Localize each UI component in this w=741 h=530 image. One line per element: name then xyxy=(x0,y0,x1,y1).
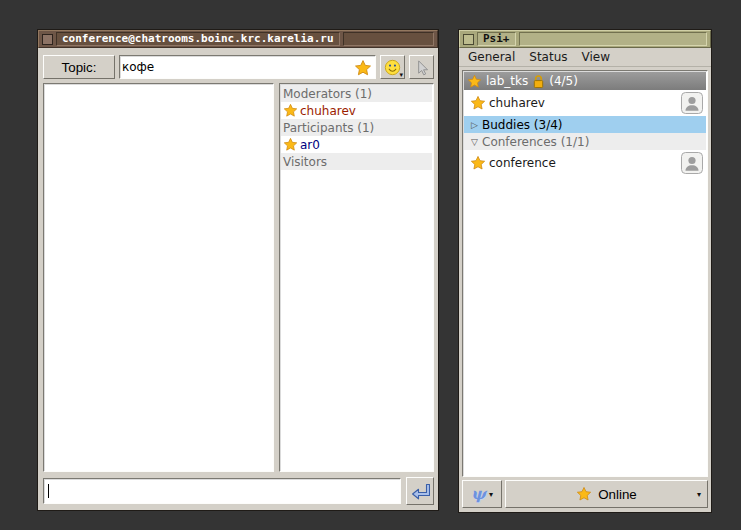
desktop: conference@chatrooms.boinc.krc.karelia.r… xyxy=(0,0,741,530)
star-icon xyxy=(470,95,486,111)
roster-body: lab_tks (4/5) chuharev xyxy=(459,67,711,511)
group-label: Moderators (1) xyxy=(283,87,372,101)
roster-list: lab_tks (4/5) chuharev xyxy=(462,70,708,477)
window-menu-icon[interactable] xyxy=(463,34,474,45)
member-group-moderators: Moderators (1) xyxy=(281,85,432,102)
smiley-icon xyxy=(384,59,401,76)
roster-row-conference[interactable]: conference xyxy=(464,150,706,176)
group-name: Conferences (1/1) xyxy=(482,135,589,149)
psi-logo-icon: ψ xyxy=(471,486,486,502)
online-status-star-icon xyxy=(576,486,592,502)
titlebar-drag-area[interactable] xyxy=(519,32,708,46)
account-name: lab_tks xyxy=(486,74,528,88)
member-row-chuharev[interactable]: chuharev xyxy=(281,102,432,119)
roster-statusbar: ψ ▾ Online ▾ xyxy=(462,480,708,508)
chat-main-area: Moderators (1) chuharev Participants (1) xyxy=(43,83,434,472)
dropdown-arrow-icon: ▾ xyxy=(399,71,403,78)
contact-name: chuharev xyxy=(489,96,545,110)
roster-titlebar[interactable]: Psi+ xyxy=(459,30,711,48)
chat-window: conference@chatrooms.boinc.krc.karelia.r… xyxy=(38,30,438,510)
account-count: (4/5) xyxy=(549,74,578,88)
menu-status[interactable]: Status xyxy=(522,49,574,65)
window-menu-icon[interactable] xyxy=(42,34,53,45)
member-row-ar0[interactable]: ar0 xyxy=(281,136,432,153)
star-icon xyxy=(283,137,298,152)
topic-input-wrap xyxy=(119,55,376,79)
roster-menubar: General Status View xyxy=(459,48,711,67)
bookmark-star-icon[interactable] xyxy=(354,59,372,77)
expanded-triangle-icon[interactable]: ▽ xyxy=(467,137,482,147)
roster-row-chuharev[interactable]: chuharev xyxy=(464,90,706,116)
chat-window-title: conference@chatrooms.boinc.krc.karelia.r… xyxy=(56,32,340,46)
send-button[interactable] xyxy=(406,477,434,505)
group-label: Visitors xyxy=(283,155,327,169)
roster-group-conferences[interactable]: ▽ Conferences (1/1) xyxy=(464,133,706,150)
roster-window-title: Psi+ xyxy=(477,32,516,46)
menu-general[interactable]: General xyxy=(461,49,522,65)
member-name: ar0 xyxy=(300,138,320,152)
chat-window-body: Topic: ▾ xyxy=(38,48,438,510)
roster-window: Psi+ General Status View lab_tks xyxy=(459,30,711,512)
member-group-participants: Participants (1) xyxy=(281,119,432,136)
star-icon xyxy=(467,74,482,89)
status-label: Online xyxy=(598,487,637,502)
avatar-icon xyxy=(681,152,703,174)
contact-name: conference xyxy=(489,156,556,170)
text-caret xyxy=(48,484,49,498)
select-pointer-button[interactable] xyxy=(409,55,434,79)
member-list: Moderators (1) chuharev Participants (1) xyxy=(279,83,434,472)
emoticons-button[interactable]: ▾ xyxy=(380,55,405,79)
avatar-icon xyxy=(681,92,703,114)
topic-input[interactable] xyxy=(122,60,353,74)
status-selector-button[interactable]: Online ▾ xyxy=(505,480,708,508)
group-label: Participants (1) xyxy=(283,121,374,135)
topic-button[interactable]: Topic: xyxy=(43,55,115,79)
roster-group-buddies[interactable]: ▷ Buddies (3/4) xyxy=(464,116,706,133)
group-name: Buddies (3/4) xyxy=(482,118,563,132)
cursor-arrow-icon xyxy=(413,59,430,76)
star-icon xyxy=(283,103,298,118)
account-header-lab-tks[interactable]: lab_tks (4/5) xyxy=(464,72,706,90)
return-arrow-icon xyxy=(410,481,430,501)
lock-icon xyxy=(532,74,545,89)
chat-titlebar[interactable]: conference@chatrooms.boinc.krc.karelia.r… xyxy=(38,30,438,48)
member-group-visitors: Visitors xyxy=(281,153,432,170)
collapsed-triangle-icon[interactable]: ▷ xyxy=(467,120,482,130)
chat-log-pane xyxy=(43,83,274,472)
member-name: chuharev xyxy=(300,104,356,118)
titlebar-drag-area[interactable] xyxy=(343,32,434,46)
star-icon xyxy=(470,155,486,171)
main-menu-button[interactable]: ψ ▾ xyxy=(462,480,502,508)
menu-view[interactable]: View xyxy=(575,49,617,65)
message-input[interactable] xyxy=(43,478,401,504)
chat-toolbar: Topic: ▾ xyxy=(41,51,435,83)
dropdown-arrow-icon: ▾ xyxy=(697,490,701,499)
chat-input-bar xyxy=(41,474,435,507)
dropdown-arrow-icon: ▾ xyxy=(489,490,493,499)
